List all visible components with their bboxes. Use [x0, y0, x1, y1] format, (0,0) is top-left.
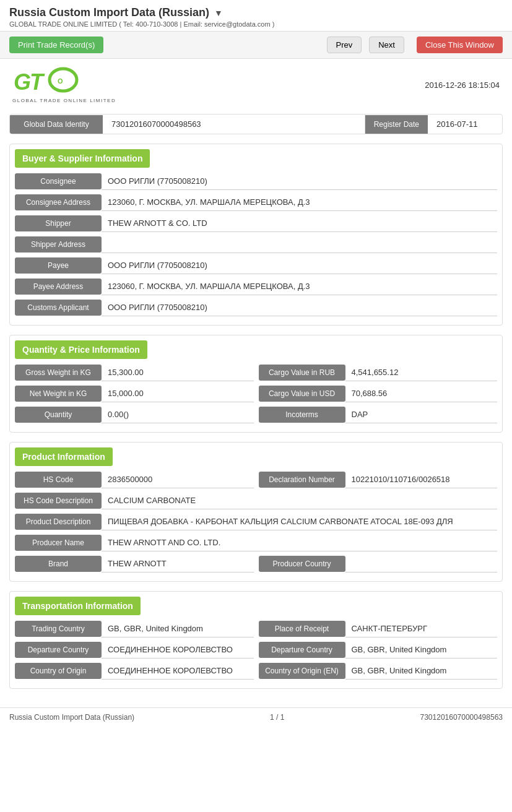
- transportation-body: Trading Country GB, GBR, United Kingdom …: [10, 615, 502, 688]
- brand-half: Brand THEW ARNOTT: [15, 555, 254, 572]
- consignee-row: Consignee ООО РИГЛИ (7705008210): [15, 173, 497, 190]
- footer-right: 73012016070000498563: [420, 713, 503, 722]
- hs-code-value: 2836500000: [102, 471, 254, 488]
- country-origin-half: Country of Origin СОЕДИНЕННОЕ КОРОЛЕВСТВ…: [15, 662, 254, 680]
- consignee-label: Consignee: [15, 173, 102, 189]
- svg-text:T: T: [30, 69, 45, 95]
- payee-address-label: Payee Address: [15, 279, 102, 295]
- subtitle: GLOBAL TRADE ONLINE LIMITED ( Tel: 400-7…: [9, 20, 503, 28]
- svg-text:G: G: [14, 69, 31, 95]
- dropdown-arrow-icon[interactable]: ▼: [214, 8, 223, 18]
- shipper-label: Shipper: [15, 215, 102, 231]
- customs-applicant-value: ООО РИГЛИ (7705008210): [102, 299, 497, 316]
- shipper-address-label: Shipper Address: [15, 236, 102, 253]
- gross-cargo-rub-row: Gross Weight in KG 15,300.00 Cargo Value…: [15, 364, 497, 381]
- toolbar-left: Print Trade Record(s) Prev Next: [9, 37, 404, 53]
- quantity-label: Quantity: [15, 407, 102, 423]
- country-origin-en-half: Country of Origin (EN) GB, GBR, United K…: [259, 662, 498, 680]
- producer-name-value: THEW ARNOTT AND CO. LTD.: [102, 534, 497, 551]
- product-desc-value: ПИЩЕВАЯ ДОБАВКА - КАРБОНАТ КАЛЬЦИЯ CALCI…: [102, 513, 497, 530]
- brand-producer-country-row: Brand THEW ARNOTT Producer Country: [15, 555, 497, 572]
- gross-weight-value: 15,300.00: [102, 364, 254, 381]
- departure-country-half: Departure Country СОЕДИНЕННОЕ КОРОЛЕВСТВ…: [15, 641, 254, 659]
- shipper-value: THEW ARNOTT & CO. LTD: [102, 215, 497, 232]
- brand-value: THEW ARNOTT: [102, 555, 254, 572]
- page-title: Russia Custom Import Data (Russian): [9, 6, 209, 19]
- hs-desc-value: CALCIUM CARBONATE: [102, 492, 497, 509]
- departure-country2-half: Departure Country GB, GBR, United Kingdo…: [259, 641, 498, 659]
- place-receipt-label: Place of Receipt: [259, 621, 345, 637]
- trading-receipt-row: Trading Country GB, GBR, United Kingdom …: [15, 620, 497, 637]
- producer-name-label: Producer Name: [15, 535, 102, 551]
- departure-country2-label: Departure Country: [259, 642, 345, 658]
- net-weight-value: 15,000.00: [102, 385, 254, 402]
- product-desc-row: Product Description ПИЩЕВАЯ ДОБАВКА - КА…: [15, 513, 497, 530]
- hs-code-label: HS Code: [15, 472, 102, 488]
- consignee-address-row: Consignee Address 123060, Г. МОСКВА, УЛ.…: [15, 194, 497, 211]
- page-header: Russia Custom Import Data (Russian) ▼ GL…: [0, 0, 512, 32]
- country-origin-value: СОЕДИНЕННОЕ КОРОЛЕВСТВО: [102, 662, 254, 680]
- cargo-rub-value: 4,541,655.12: [345, 364, 498, 381]
- departure-country-label: Departure Country: [15, 642, 102, 658]
- declaration-label: Declaration Number: [259, 472, 345, 488]
- quantity-price-section: Quantity & Price Information Gross Weigh…: [9, 335, 503, 433]
- customs-applicant-label: Customs Applicant: [15, 300, 102, 316]
- buyer-supplier-title: Buyer & Supplier Information: [15, 149, 150, 168]
- quantity-incoterms-row: Quantity 0.00() Incoterms DAP: [15, 406, 497, 423]
- timestamp: 2016-12-26 18:15:04: [425, 80, 500, 90]
- hs-code-declaration-row: HS Code 2836500000 Declaration Number 10…: [15, 471, 497, 488]
- logo: G T O GLOBAL TRADE ONLINE LIMITED: [12, 66, 116, 103]
- global-identity-value: 73012016070000498563: [103, 114, 365, 134]
- brand-label: Brand: [15, 556, 102, 572]
- incoterms-value: DAP: [345, 406, 498, 423]
- print-button[interactable]: Print Trade Record(s): [9, 37, 103, 53]
- gross-weight-half: Gross Weight in KG 15,300.00: [15, 364, 254, 381]
- logo-svg: G T O: [12, 66, 80, 100]
- consignee-address-value: 123060, Г. МОСКВА, УЛ. МАРШАЛА МЕРЕЦКОВА…: [102, 194, 497, 211]
- payee-address-row: Payee Address 123060, Г. МОСКВА, УЛ. МАР…: [15, 278, 497, 295]
- producer-country-label: Producer Country: [259, 556, 345, 572]
- product-body: HS Code 2836500000 Declaration Number 10…: [10, 466, 502, 581]
- quantity-value: 0.00(): [102, 406, 254, 423]
- footer-left: Russia Custom Import Data (Russian): [9, 713, 134, 722]
- register-date-value: 2016-07-11: [428, 114, 502, 134]
- place-receipt-value: САНКТ-ПЕТЕРБУРГ: [345, 620, 498, 637]
- quantity-price-body: Gross Weight in KG 15,300.00 Cargo Value…: [10, 359, 502, 432]
- consignee-value: ООО РИГЛИ (7705008210): [102, 173, 497, 190]
- buyer-supplier-body: Consignee ООО РИГЛИ (7705008210) Consign…: [10, 168, 502, 325]
- cargo-usd-value: 70,688.56: [345, 385, 498, 402]
- payee-row: Payee ООО РИГЛИ (7705008210): [15, 257, 497, 274]
- transportation-section: Transportation Information Trading Count…: [9, 591, 503, 689]
- hs-code-half: HS Code 2836500000: [15, 471, 254, 488]
- quantity-half: Quantity 0.00(): [15, 406, 254, 423]
- departure-country2-value: GB, GBR, United Kingdom: [345, 641, 498, 659]
- departure-row: Departure Country СОЕДИНЕННОЕ КОРОЛЕВСТВ…: [15, 641, 497, 659]
- trading-country-value: GB, GBR, United Kingdom: [102, 620, 254, 637]
- customs-applicant-row: Customs Applicant ООО РИГЛИ (7705008210): [15, 299, 497, 316]
- consignee-address-label: Consignee Address: [15, 194, 102, 210]
- next-button[interactable]: Next: [369, 37, 404, 53]
- identity-row: Global Data Identity 7301201607000049856…: [9, 114, 503, 134]
- payee-address-value: 123060, Г. МОСКВА, УЛ. МАРШАЛА МЕРЕЦКОВА…: [102, 278, 497, 295]
- transportation-title: Transportation Information: [15, 597, 141, 615]
- product-title: Product Information: [15, 447, 113, 466]
- country-origin-en-value: GB, GBR, United Kingdom: [345, 662, 498, 680]
- shipper-address-row: Shipper Address: [15, 236, 497, 253]
- cargo-rub-half: Cargo Value in RUB 4,541,655.12: [259, 364, 498, 381]
- producer-country-value: [345, 555, 498, 572]
- logo-section: G T O GLOBAL TRADE ONLINE LIMITED 2016-1…: [0, 59, 512, 111]
- product-desc-label: Product Description: [15, 514, 102, 530]
- prev-button[interactable]: Prev: [327, 37, 362, 53]
- incoterms-half: Incoterms DAP: [259, 406, 498, 423]
- departure-country-value: СОЕДИНЕННОЕ КОРОЛЕВСТВО: [102, 641, 254, 659]
- cargo-rub-label: Cargo Value in RUB: [259, 365, 345, 381]
- global-identity-label: Global Data Identity: [10, 115, 103, 134]
- producer-country-half: Producer Country: [259, 555, 498, 572]
- register-date-label: Register Date: [365, 115, 428, 134]
- close-button[interactable]: Close This Window: [417, 37, 503, 53]
- place-receipt-half: Place of Receipt САНКТ-ПЕТЕРБУРГ: [259, 620, 498, 637]
- declaration-half: Declaration Number 10221010/110716/00265…: [259, 471, 498, 488]
- svg-text:O: O: [58, 77, 63, 85]
- payee-value: ООО РИГЛИ (7705008210): [102, 257, 497, 274]
- payee-label: Payee: [15, 257, 102, 274]
